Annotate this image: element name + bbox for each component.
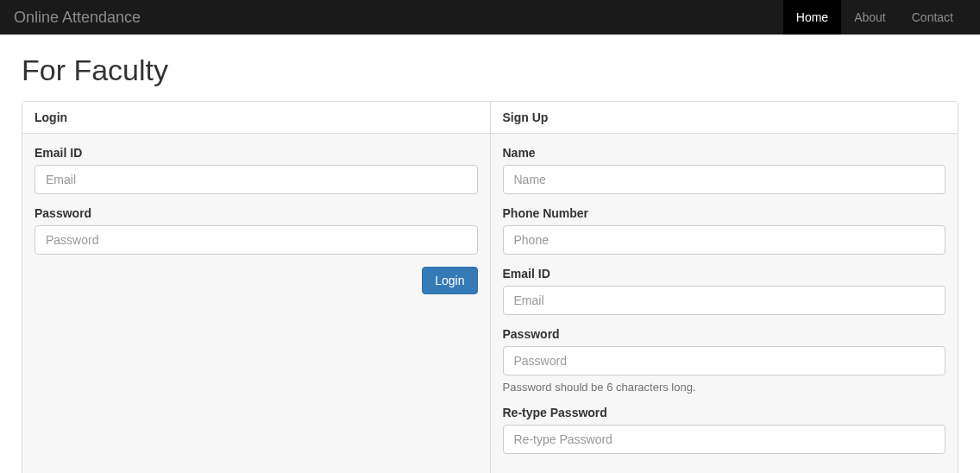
- signup-phone-label: Phone Number: [503, 206, 946, 220]
- login-password-label: Password: [35, 206, 478, 220]
- signup-body: Name Phone Number Email ID Password Pass…: [491, 134, 958, 473]
- login-button[interactable]: Login: [422, 267, 477, 294]
- signup-name-input[interactable]: [503, 165, 946, 194]
- signup-password-label: Password: [503, 327, 946, 341]
- signup-name-label: Name: [503, 146, 946, 160]
- navbar-nav: Home About Contact: [783, 0, 966, 35]
- signup-password-help: Password should be 6 characters long.: [503, 381, 946, 394]
- signup-phone-group: Phone Number: [503, 206, 946, 255]
- signup-header: Sign Up: [491, 102, 958, 134]
- login-password-group: Password: [35, 206, 478, 255]
- main-container: For Faculty Login Email ID Password Logi…: [11, 54, 969, 473]
- signup-email-group: Email ID: [503, 267, 946, 315]
- navbar-brand[interactable]: Online Attendance: [14, 9, 141, 27]
- signup-retype-input[interactable]: [503, 425, 946, 454]
- signup-password-group: Password Password should be 6 characters…: [503, 327, 946, 394]
- signup-password-input[interactable]: [503, 346, 946, 375]
- login-panel: Login Email ID Password Login: [22, 102, 491, 473]
- signup-phone-input[interactable]: [503, 225, 946, 255]
- nav-item-contact[interactable]: Contact: [899, 0, 966, 35]
- page-title: For Faculty: [22, 54, 958, 87]
- signup-email-label: Email ID: [503, 267, 946, 281]
- login-password-input[interactable]: [35, 225, 478, 255]
- signup-retype-group: Re-type Password: [503, 406, 946, 454]
- signup-retype-label: Re-type Password: [503, 406, 946, 419]
- login-body: Email ID Password Login: [22, 134, 490, 306]
- panels: Login Email ID Password Login Sign Up: [22, 101, 958, 473]
- nav-item-about[interactable]: About: [841, 0, 899, 35]
- navbar: Online Attendance Home About Contact: [0, 0, 980, 35]
- signup-name-group: Name: [503, 146, 946, 194]
- signup-panel: Sign Up Name Phone Number Email ID Passw…: [491, 102, 958, 473]
- login-email-group: Email ID: [35, 146, 478, 194]
- nav-item-home[interactable]: Home: [783, 0, 841, 35]
- login-email-input[interactable]: [35, 165, 478, 194]
- login-email-label: Email ID: [35, 146, 478, 160]
- signup-email-input[interactable]: [503, 286, 946, 315]
- login-button-row: Login: [35, 267, 478, 294]
- login-header: Login: [22, 102, 490, 134]
